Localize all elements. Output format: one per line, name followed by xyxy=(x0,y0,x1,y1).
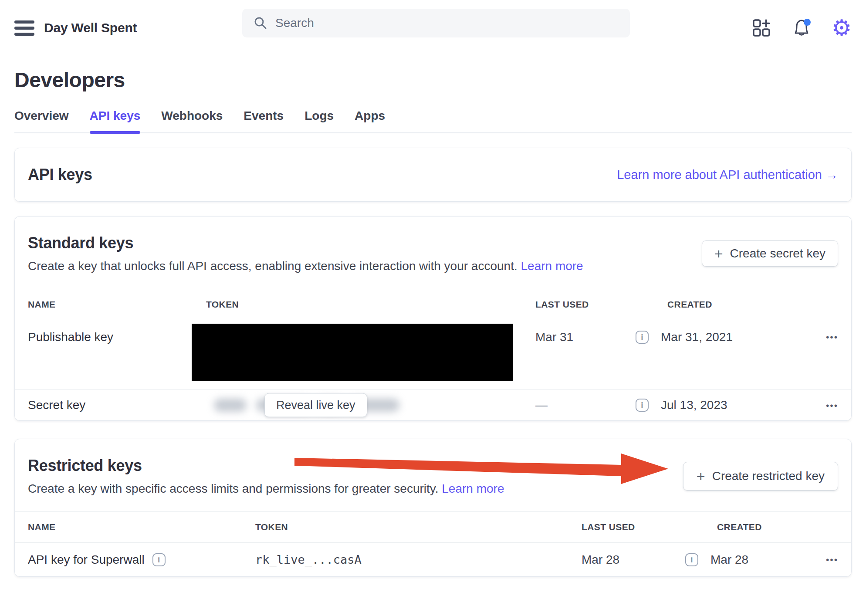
api-keys-card: API keys Learn more about API authentica… xyxy=(14,148,852,202)
column-header-last-used: LAST USED xyxy=(535,299,630,310)
topbar: Day Well Spent ⚙ xyxy=(0,0,866,47)
standard-learn-more-link[interactable]: Learn more xyxy=(521,259,583,273)
tab-overview[interactable]: Overview xyxy=(14,110,69,132)
column-header-token: TOKEN xyxy=(206,299,535,310)
search-icon xyxy=(254,16,267,30)
info-icon[interactable]: i xyxy=(636,399,649,412)
info-icon[interactable]: i xyxy=(636,331,649,344)
tab-api-keys[interactable]: API keys xyxy=(90,110,141,132)
standard-keys-card: Standard keys Create a key that unlocks … xyxy=(14,216,852,421)
key-name: Publishable key xyxy=(28,320,206,344)
restricted-keys-card: Restricted keys Create a key with specif… xyxy=(14,439,852,577)
overflow-menu-button[interactable]: ••• xyxy=(826,320,838,342)
redacted-token-block xyxy=(192,324,513,381)
apps-grid-button[interactable] xyxy=(751,18,771,38)
column-header-token: TOKEN xyxy=(255,522,582,532)
key-name: Secret key xyxy=(28,398,206,412)
info-icon[interactable]: i xyxy=(152,553,166,566)
create-restricted-key-button[interactable]: + Create restricted key xyxy=(683,462,838,491)
column-header-created: CREATED xyxy=(680,522,808,532)
plus-icon: + xyxy=(714,246,723,261)
page-title: Developers xyxy=(14,70,866,91)
created-value: Jul 13, 2023 xyxy=(661,398,727,412)
last-used-value: Mar 31 xyxy=(535,320,630,344)
tab-webhooks[interactable]: Webhooks xyxy=(161,110,223,132)
restricted-learn-more-link[interactable]: Learn more xyxy=(442,482,504,495)
arrow-right-icon: → xyxy=(825,168,838,182)
last-used-value: — xyxy=(535,398,630,412)
tab-events[interactable]: Events xyxy=(244,110,284,132)
gear-icon: ⚙ xyxy=(832,17,852,39)
created-value: Mar 28 xyxy=(710,553,748,567)
api-keys-title: API keys xyxy=(28,166,92,184)
token-value: rk_live_...casA xyxy=(255,553,582,566)
column-header-last-used: LAST USED xyxy=(582,522,680,532)
restricted-keys-description: Create a key with specific access limits… xyxy=(28,482,504,496)
column-header-name: NAME xyxy=(28,299,206,310)
column-header-name: NAME xyxy=(28,522,255,532)
column-header-created: CREATED xyxy=(630,299,808,310)
tab-logs[interactable]: Logs xyxy=(304,110,334,132)
table-row-restricted-key: API key for Superwall i rk_live_...casA … xyxy=(15,543,851,576)
tab-bar: Overview API keys Webhooks Events Logs A… xyxy=(14,91,852,133)
restricted-keys-table: NAME TOKEN LAST USED CREATED API key for… xyxy=(15,511,851,576)
created-value: Mar 31, 2021 xyxy=(661,330,733,344)
table-row-secret-key: Secret key Reveal live key — i Jul 13, 2… xyxy=(15,389,851,420)
key-name: API key for Superwall xyxy=(28,553,145,567)
settings-button[interactable]: ⚙ xyxy=(832,18,852,38)
standard-keys-description: Create a key that unlocks full API acces… xyxy=(28,259,583,273)
hamburger-menu-icon[interactable] xyxy=(14,20,34,36)
notifications-button[interactable] xyxy=(792,18,812,38)
apps-grid-icon xyxy=(752,18,771,37)
overflow-menu-button[interactable]: ••• xyxy=(826,401,838,410)
table-row-publishable-key: Publishable key Mar 31 i Mar 31, 2021 ••… xyxy=(15,320,851,389)
standard-keys-table: NAME TOKEN LAST USED CREATED Publishable… xyxy=(15,289,851,420)
bell-icon xyxy=(792,18,812,38)
standard-keys-title: Standard keys xyxy=(28,234,583,252)
reveal-live-key-button[interactable]: Reveal live key xyxy=(264,393,367,417)
notification-dot xyxy=(804,19,811,26)
search-input[interactable] xyxy=(242,9,630,37)
brand-title: Day Well Spent xyxy=(44,20,137,35)
last-used-value: Mar 28 xyxy=(582,553,680,567)
tab-apps[interactable]: Apps xyxy=(355,110,385,132)
search-bar[interactable] xyxy=(242,9,630,37)
plus-icon: + xyxy=(697,469,705,484)
api-auth-link[interactable]: Learn more about API authentication→ xyxy=(617,168,838,182)
overflow-menu-button[interactable]: ••• xyxy=(826,555,838,564)
restricted-keys-title: Restricted keys xyxy=(28,457,504,475)
create-secret-key-button[interactable]: + Create secret key xyxy=(702,240,838,267)
info-icon[interactable]: i xyxy=(685,553,698,566)
